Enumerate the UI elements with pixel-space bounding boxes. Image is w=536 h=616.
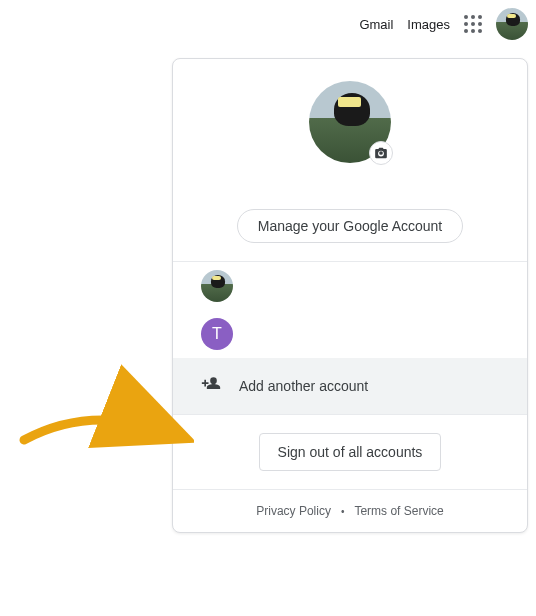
footer-links: Privacy Policy • Terms of Service: [173, 490, 527, 518]
images-link[interactable]: Images: [407, 17, 450, 32]
panel-header: Manage your Google Account: [173, 59, 527, 262]
profile-avatar-large: [309, 81, 391, 163]
person-add-icon: [201, 374, 221, 398]
add-account-label: Add another account: [239, 378, 368, 394]
account-panel: Manage your Google Account T Add another…: [172, 58, 528, 533]
add-account-button[interactable]: Add another account: [173, 358, 527, 414]
account-initial: T: [212, 325, 222, 343]
signout-section: Sign out of all accounts: [173, 415, 527, 490]
account-avatar: [201, 270, 233, 302]
account-row[interactable]: T: [173, 310, 527, 358]
privacy-link[interactable]: Privacy Policy: [256, 504, 331, 518]
annotation-arrow: [14, 352, 194, 462]
gmail-link[interactable]: Gmail: [359, 17, 393, 32]
profile-avatar-button[interactable]: [496, 8, 528, 40]
manage-account-button[interactable]: Manage your Google Account: [237, 209, 463, 243]
account-row[interactable]: [173, 262, 527, 310]
camera-icon[interactable]: [369, 141, 393, 165]
signout-button[interactable]: Sign out of all accounts: [259, 433, 442, 471]
apps-grid-icon[interactable]: [464, 15, 482, 33]
terms-link[interactable]: Terms of Service: [354, 504, 443, 518]
separator-dot: •: [341, 506, 345, 517]
topbar: Gmail Images: [359, 8, 528, 40]
accounts-list: T Add another account: [173, 262, 527, 415]
account-avatar-initial: T: [201, 318, 233, 350]
